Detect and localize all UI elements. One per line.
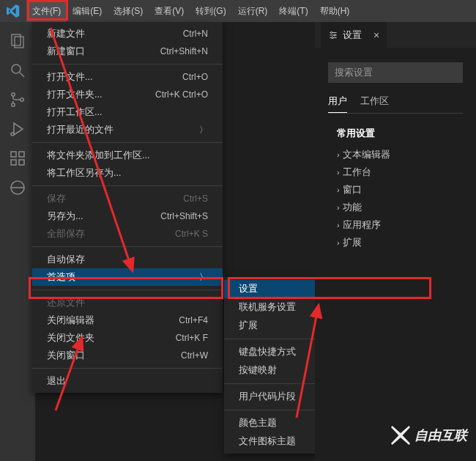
watermark: 自由互联 <box>391 426 467 445</box>
file-new-file[interactable]: 新建文件Ctrl+N <box>32 25 223 43</box>
app-logo <box>0 0 26 22</box>
svg-rect-11 <box>19 160 24 165</box>
settings-editor: 搜索设置 用户 工作区 常用设置 ›文本编辑器 ›工作台 ›窗口 ›功能 ›应用… <box>315 48 476 461</box>
file-close-editor[interactable]: 关闭编辑器Ctrl+F4 <box>32 311 223 329</box>
file-open-workspace[interactable]: 打开工作区... <box>32 103 223 121</box>
file-open-recent[interactable]: 打开最近的文件〉 <box>32 121 223 139</box>
extensions-icon[interactable] <box>9 150 26 167</box>
file-close-folder[interactable]: 关闭文件夹Ctrl+K F <box>32 329 223 347</box>
search-icon[interactable] <box>9 62 26 79</box>
chevron-right-icon: › <box>337 150 340 159</box>
file-preferences[interactable]: 首选项〉 <box>32 268 223 286</box>
settings-toc: 常用设置 ›文本编辑器 ›工作台 ›窗口 ›功能 ›应用程序 ›扩展 <box>328 127 463 251</box>
svg-rect-10 <box>11 160 16 165</box>
svg-line-3 <box>20 73 24 77</box>
toc-window[interactable]: ›窗口 <box>337 181 463 199</box>
toc-extensions[interactable]: ›扩展 <box>337 234 463 251</box>
tab-settings-label: 设置 <box>343 29 362 42</box>
svg-point-6 <box>21 98 23 101</box>
menu-go[interactable]: 转到(G) <box>190 0 231 22</box>
separator <box>32 64 223 64</box>
separator <box>32 368 223 369</box>
toc-features[interactable]: ›功能 <box>337 199 463 216</box>
chevron-right-icon: 〉 <box>199 124 208 136</box>
file-open-folder[interactable]: 打开文件夹...Ctrl+K Ctrl+O <box>32 86 223 103</box>
chevron-right-icon: › <box>337 221 340 229</box>
file-save-ws-as[interactable]: 将工作区另存为... <box>32 164 223 182</box>
run-debug-icon[interactable] <box>9 120 26 138</box>
svg-rect-12 <box>19 152 24 157</box>
toc-text-editor[interactable]: ›文本编辑器 <box>337 146 463 163</box>
svg-rect-9 <box>11 152 16 157</box>
menu-help[interactable]: 帮助(H) <box>314 0 356 22</box>
file-exit[interactable]: 退出 <box>32 372 223 390</box>
svg-rect-1 <box>15 37 23 48</box>
toc-heading-common[interactable]: 常用设置 <box>337 127 463 140</box>
svg-point-8 <box>11 133 14 136</box>
file-save-all[interactable]: 全部保存Ctrl+K S <box>32 225 223 243</box>
menu-bar: 文件(F) 编辑(E) 选择(S) 查看(V) 转到(G) 运行(R) 终端(T… <box>0 0 476 22</box>
file-new-window[interactable]: 新建窗口Ctrl+Shift+N <box>32 43 223 60</box>
svg-point-17 <box>331 32 332 33</box>
chevron-right-icon: › <box>337 168 340 177</box>
svg-point-19 <box>332 37 333 38</box>
watermark-x-icon <box>391 426 410 445</box>
menu-file[interactable]: 文件(F) <box>26 0 67 22</box>
settings-scope-tabs: 用户 工作区 <box>328 95 463 114</box>
svg-point-4 <box>12 93 15 96</box>
svg-point-2 <box>12 64 21 73</box>
file-menu-dropdown: 新建文件Ctrl+N 新建窗口Ctrl+Shift+N 打开文件...Ctrl+… <box>32 22 223 393</box>
remote-icon[interactable] <box>9 179 26 196</box>
file-revert[interactable]: 还原文件 <box>32 294 223 311</box>
tab-settings[interactable]: 设置 × <box>321 22 387 48</box>
sliders-icon <box>328 30 338 40</box>
chevron-right-icon: › <box>337 203 340 212</box>
file-open-file[interactable]: 打开文件...Ctrl+O <box>32 68 223 86</box>
toc-workbench[interactable]: ›工作台 <box>337 163 463 181</box>
menu-edit[interactable]: 编辑(E) <box>67 0 108 22</box>
vscode-logo-icon <box>7 4 20 18</box>
svg-rect-0 <box>12 34 21 45</box>
explorer-icon[interactable] <box>9 32 26 50</box>
file-close-window[interactable]: 关闭窗口Ctrl+W <box>32 347 223 364</box>
editor-tabs: 设置 × <box>315 22 476 48</box>
svg-point-18 <box>334 34 335 35</box>
separator <box>32 289 223 290</box>
file-add-folder-ws[interactable]: 将文件夹添加到工作区... <box>32 147 223 164</box>
activity-bar <box>0 22 35 461</box>
scope-workspace-tab[interactable]: 工作区 <box>360 95 389 113</box>
svg-marker-7 <box>14 123 23 135</box>
separator <box>32 246 223 247</box>
toc-application[interactable]: ›应用程序 <box>337 216 463 234</box>
menu-view[interactable]: 查看(V) <box>149 0 190 22</box>
file-save-as[interactable]: 另存为...Ctrl+Shift+S <box>32 207 223 225</box>
chevron-right-icon: › <box>337 185 340 194</box>
scope-user-tab[interactable]: 用户 <box>328 95 347 113</box>
file-save[interactable]: 保存Ctrl+S <box>32 190 223 207</box>
menu-run[interactable]: 运行(R) <box>232 0 274 22</box>
file-auto-save[interactable]: 自动保存 <box>32 251 223 268</box>
chevron-right-icon: 〉 <box>199 271 208 284</box>
settings-search-input[interactable]: 搜索设置 <box>328 62 463 83</box>
menu-terminal[interactable]: 终端(T) <box>273 0 313 22</box>
chevron-right-icon: › <box>337 238 340 247</box>
separator <box>32 142 223 143</box>
svg-point-5 <box>12 103 15 106</box>
separator <box>32 185 223 186</box>
menu-selection[interactable]: 选择(S) <box>108 0 149 22</box>
close-icon[interactable]: × <box>373 29 379 41</box>
source-control-icon[interactable] <box>9 91 26 108</box>
